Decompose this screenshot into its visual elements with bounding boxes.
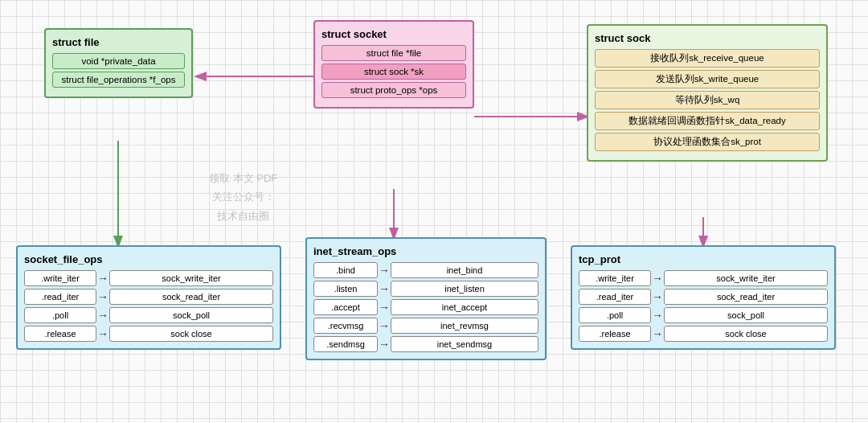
struct-sock-title: struct sock [595,32,820,44]
sfo-left-2: .poll [24,307,96,323]
iso-left-1: .listen [313,281,378,297]
tp-right-3: sock close [664,326,828,342]
struct-sock-field-1: 发送队列sk_write_queue [595,70,820,88]
struct-sock-field-0: 接收队列sk_receive_queue [595,49,820,68]
sfo-left-0: .write_iter [24,270,96,286]
struct-sock-field-4: 协议处理函数集合sk_prot [595,133,820,151]
struct-file-box: struct file void *private_data struct fi… [44,28,193,98]
iso-left-0: .bind [313,262,378,278]
struct-socket-field-0: struct file *file [321,45,466,61]
tp-left-3: .release [579,326,651,342]
struct-sock-box: struct sock 接收队列sk_receive_queue 发送队列sk_… [587,24,828,162]
iso-arrow-3: → [378,319,391,332]
watermark-line2: 关注公众号： [209,187,277,206]
tp-left-0: .write_iter [579,270,651,286]
watermark-line1: 领取 本文 PDF [209,169,277,187]
sfo-arrow-1: → [96,290,109,303]
iso-right-0: inet_bind [391,262,538,278]
struct-file-field-0: void *private_data [52,53,185,69]
tcp-prot-title: tcp_prot [579,253,828,265]
socket-file-ops-title: socket_file_ops [24,253,273,265]
inet-stream-ops-title: inet_stream_ops [313,245,538,257]
sfo-arrow-0: → [96,272,109,285]
struct-file-title: struct file [52,36,185,48]
inet-stream-ops-box: inet_stream_ops .bind → inet_bind .liste… [305,237,547,360]
inet-stream-ops-grid: .bind → inet_bind .listen → inet_listen … [313,262,538,352]
socket-file-ops-box: socket_file_ops .write_iter → sock_write… [16,245,281,350]
iso-arrow-1: → [378,282,391,295]
iso-right-4: inet_sendmsg [391,336,538,352]
tp-arrow-3: → [651,327,664,340]
iso-left-4: .sendmsg [313,336,378,352]
watermark: 领取 本文 PDF 关注公众号： 技术自由圈 [209,169,277,225]
iso-left-3: .recvmsg [313,318,378,334]
diagram-container: struct file void *private_data struct fi… [0,0,868,423]
tp-right-2: sock_poll [664,307,828,323]
iso-arrow-4: → [378,338,391,351]
sfo-right-2: sock_poll [109,307,273,323]
iso-arrow-0: → [378,264,391,277]
struct-sock-field-3: 数据就绪回调函数指针sk_data_ready [595,112,820,130]
sfo-right-0: sock_write_iter [109,270,273,286]
iso-right-2: inet_accept [391,299,538,315]
tp-left-1: .read_iter [579,289,651,305]
struct-socket-box: struct socket struct file *file struct s… [313,20,474,109]
sfo-left-3: .release [24,326,96,342]
struct-socket-field-2: struct proto_ops *ops [321,82,466,98]
struct-socket-field-1: struct sock *sk [321,64,466,80]
tp-arrow-2: → [651,309,664,322]
sfo-arrow-2: → [96,309,109,322]
tp-right-1: sock_read_iter [664,289,828,305]
sfo-right-1: sock_read_iter [109,289,273,305]
socket-file-ops-grid: .write_iter → sock_write_iter .read_iter… [24,270,273,342]
struct-file-field-1: struct file_operations *f_ops [52,72,185,88]
watermark-line3: 技术自由圈 [209,207,277,225]
sfo-left-1: .read_iter [24,289,96,305]
struct-socket-title: struct socket [321,28,466,40]
tp-arrow-0: → [651,272,664,285]
iso-right-1: inet_listen [391,281,538,297]
tp-left-2: .poll [579,307,651,323]
iso-left-2: .accept [313,299,378,315]
tcp-prot-grid: .write_iter → sock_write_iter .read_iter… [579,270,828,342]
sfo-right-3: sock close [109,326,273,342]
iso-right-3: inet_revmsg [391,318,538,334]
iso-arrow-2: → [378,301,391,314]
tcp-prot-box: tcp_prot .write_iter → sock_write_iter .… [571,245,836,350]
tp-right-0: sock_write_iter [664,270,828,286]
struct-sock-field-2: 等待队列sk_wq [595,91,820,109]
sfo-arrow-3: → [96,327,109,340]
tp-arrow-1: → [651,290,664,303]
